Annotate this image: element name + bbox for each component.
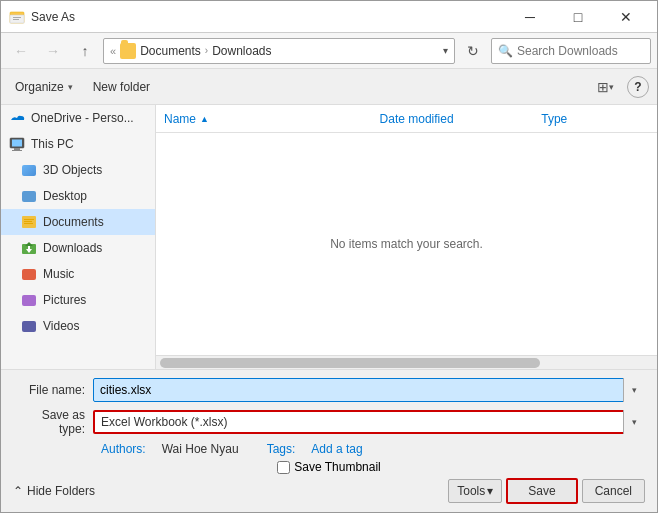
breadcrumb-chevron: › [205, 45, 208, 56]
sidebar-item-desktop[interactable]: Desktop [1, 183, 155, 209]
hscroll-thumb[interactable] [160, 358, 540, 368]
savetype-row: Save as type: Excel Workbook (*.xlsx) ▾ [13, 408, 645, 436]
documents-icon [21, 214, 37, 230]
tools-button[interactable]: Tools ▾ [448, 479, 502, 503]
horizontal-scrollbar[interactable] [156, 355, 657, 369]
save-button[interactable]: Save [506, 478, 577, 504]
file-list-content: No items match your search. [156, 133, 657, 355]
savetype-display[interactable]: Excel Workbook (*.xlsx) [93, 410, 645, 434]
sidebar-label-downloads: Downloads [43, 241, 102, 255]
close-button[interactable]: ✕ [603, 1, 649, 33]
save-as-dialog: Save As ─ □ ✕ ← → ↑ « Documents › Downlo… [0, 0, 658, 513]
checkbox-row: Save Thumbnail [13, 460, 645, 474]
help-button[interactable]: ? [627, 76, 649, 98]
view-button[interactable]: ⊞ ▾ [591, 73, 619, 101]
search-input[interactable] [517, 44, 658, 58]
downloads-icon [21, 240, 37, 256]
svg-rect-6 [14, 148, 20, 150]
back-button[interactable]: ← [7, 37, 35, 65]
sidebar-item-downloads[interactable]: Downloads [1, 235, 155, 261]
savetype-label: Save as type: [13, 408, 93, 436]
save-thumbnail-checkbox[interactable] [277, 461, 290, 474]
tools-label: Tools [457, 484, 485, 498]
sidebar-label-3dobjects: 3D Objects [43, 163, 102, 177]
view-dropdown-icon: ▾ [609, 82, 614, 92]
sidebar-label-documents: Documents [43, 215, 104, 229]
sidebar-item-documents[interactable]: Documents [1, 209, 155, 235]
thispc-icon [9, 136, 25, 152]
window-controls: ─ □ ✕ [507, 1, 649, 33]
organize-label: Organize [15, 80, 64, 94]
titlebar: Save As ─ □ ✕ [1, 1, 657, 33]
sidebar-item-videos[interactable]: Videos [1, 313, 155, 339]
tags-label: Tags: [267, 442, 296, 456]
breadcrumb-bar[interactable]: « Documents › Downloads ▾ [103, 38, 455, 64]
svg-rect-9 [24, 219, 34, 220]
minimize-button[interactable]: ─ [507, 1, 553, 33]
help-icon: ? [634, 80, 641, 94]
toolbar: Organize ▾ New folder ⊞ ▾ ? [1, 69, 657, 105]
bottom-buttons: ⌃ Hide Folders Tools ▾ Save Cancel [13, 478, 645, 504]
col-date-header[interactable]: Date modified [380, 112, 542, 126]
dialog-icon [9, 9, 25, 25]
view-icon: ⊞ [597, 79, 609, 95]
sidebar-scroll: OneDrive - Perso... This PC [1, 105, 155, 369]
new-folder-button[interactable]: New folder [87, 76, 156, 98]
sidebar-label-music: Music [43, 267, 74, 281]
meta-row: Authors: Wai Hoe Nyau Tags: Add a tag [13, 442, 645, 456]
sidebar-item-thispc[interactable]: This PC [1, 131, 155, 157]
svg-rect-2 [13, 17, 21, 18]
search-icon: 🔍 [498, 44, 513, 58]
save-thumbnail-label: Save Thumbnail [294, 460, 381, 474]
dialog-title: Save As [31, 10, 507, 24]
bottom-form: File name: ▾ Save as type: Excel Workboo… [1, 369, 657, 512]
sidebar-label-desktop: Desktop [43, 189, 87, 203]
maximize-button[interactable]: □ [555, 1, 601, 33]
filename-row: File name: ▾ [13, 378, 645, 402]
breadcrumb-dropdown-arrow[interactable]: ▾ [443, 45, 448, 56]
organize-dropdown-icon: ▾ [68, 82, 73, 92]
tools-dropdown-icon: ▾ [487, 484, 493, 498]
desktop-icon [21, 188, 37, 204]
filename-dropdown-button[interactable]: ▾ [623, 378, 645, 402]
col-type-header[interactable]: Type [541, 112, 649, 126]
svg-rect-5 [12, 140, 22, 147]
music-icon [21, 266, 37, 282]
file-list-header: Name ▲ Date modified Type [156, 105, 657, 133]
filename-input-wrap: ▾ [93, 378, 645, 402]
empty-message: No items match your search. [330, 237, 483, 251]
folder-icon [120, 43, 136, 59]
tags-value[interactable]: Add a tag [311, 442, 362, 456]
sidebar-item-music[interactable]: Music [1, 261, 155, 287]
svg-rect-7 [12, 150, 22, 151]
up-button[interactable]: ↑ [71, 37, 99, 65]
addressbar: ← → ↑ « Documents › Downloads ▾ ↻ 🔍 [1, 33, 657, 69]
refresh-button[interactable]: ↻ [459, 37, 487, 65]
hide-chevron-icon: ⌃ [13, 484, 23, 498]
hide-folders-button[interactable]: ⌃ Hide Folders [13, 484, 95, 498]
new-folder-label: New folder [93, 80, 150, 94]
breadcrumb-documents[interactable]: Documents [140, 44, 201, 58]
authors-value: Wai Hoe Nyau [162, 442, 239, 456]
filename-input[interactable] [93, 378, 645, 402]
breadcrumb-downloads[interactable]: Downloads [212, 44, 271, 58]
sidebar-item-pictures[interactable]: Pictures [1, 287, 155, 313]
sidebar-label-videos: Videos [43, 319, 79, 333]
organize-button[interactable]: Organize ▾ [9, 76, 79, 98]
onedrive-icon [9, 110, 25, 126]
sidebar-item-3dobjects[interactable]: 3D Objects [1, 157, 155, 183]
sidebar-item-onedrive[interactable]: OneDrive - Perso... [1, 105, 155, 131]
col-name-label: Name [164, 112, 196, 126]
file-list: Name ▲ Date modified Type No items match… [156, 105, 657, 369]
empty-message-area: No items match your search. [156, 133, 657, 355]
forward-button[interactable]: → [39, 37, 67, 65]
cancel-button[interactable]: Cancel [582, 479, 645, 503]
svg-rect-10 [24, 221, 32, 222]
breadcrumb-prefix: « [110, 45, 116, 57]
savetype-dropdown-button[interactable]: ▾ [623, 410, 645, 434]
filename-label: File name: [13, 383, 93, 397]
authors-label: Authors: [101, 442, 146, 456]
hide-folders-label: Hide Folders [27, 484, 95, 498]
main-content: OneDrive - Perso... This PC [1, 105, 657, 369]
col-name-header[interactable]: Name ▲ [164, 112, 380, 126]
